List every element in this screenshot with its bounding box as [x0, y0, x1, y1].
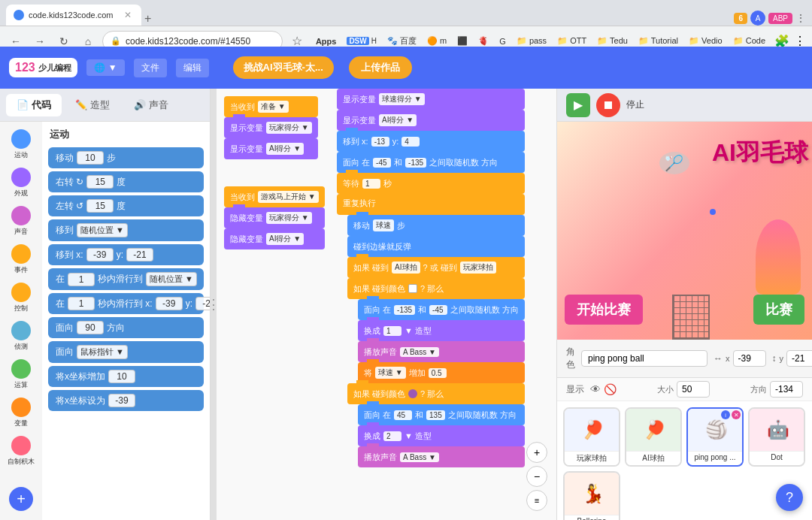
show-visible-btn[interactable]: 👁 — [590, 383, 601, 395]
script-block-if-hit[interactable]: 如果 碰到 AI球拍 ? 或 碰到 玩家球拍 — [347, 257, 525, 278]
sprite-delete-btn[interactable]: ✕ — [732, 410, 741, 419]
show-ai-score-dropdown[interactable]: AI得分 ▼ — [266, 143, 304, 155]
goto-y-input[interactable] — [126, 248, 153, 262]
block-set-x[interactable]: 将x坐标设为 — [48, 390, 204, 411]
sprite-card-ai-paddle[interactable]: 🏓 AI球拍 — [625, 407, 682, 467]
tab-close[interactable]: ✕ — [124, 10, 132, 20]
block-goto-xy[interactable]: 移到 x: y: — [48, 244, 204, 265]
change-x-input[interactable] — [108, 370, 135, 383]
speed-inc[interactable]: 0.5 — [429, 368, 447, 378]
wait-secs[interactable]: 1 — [362, 179, 380, 189]
point-dir-input[interactable] — [77, 321, 104, 334]
script-block-switch-costume2[interactable]: 换成 2 ▼ 造型 — [358, 425, 525, 446]
script-block-bounce[interactable]: 碰到边缘就反弹 — [347, 236, 525, 257]
block-glide-xy[interactable]: 在 秒内滑行到 x: y: — [48, 293, 204, 314]
goto-x-input[interactable] — [86, 248, 114, 262]
add-sprite-btn[interactable]: + — [9, 487, 33, 511]
sprite-info-btn[interactable]: i — [721, 410, 730, 419]
bookmark-tutorial[interactable]: 📁 Tutorial — [634, 35, 683, 47]
random-min1[interactable]: -45 — [373, 158, 391, 168]
x-coord-field[interactable] — [733, 350, 766, 367]
glide-x-input[interactable] — [156, 297, 183, 310]
point-toward-dropdown[interactable]: 鼠标指针 ▼ — [77, 345, 128, 359]
start-game-btn[interactable]: 开始比赛 — [565, 295, 643, 325]
bookmark-m[interactable]: 🟠 m — [423, 35, 451, 47]
script-block-show-ballspeed[interactable]: 显示变量 球速得分 ▼ — [337, 89, 525, 110]
set-x-input[interactable] — [108, 394, 135, 407]
bookmark-pass[interactable]: 📁 pass — [512, 35, 551, 47]
block-change-x[interactable]: 将x坐标增加 — [48, 366, 204, 387]
turn-left-input[interactable] — [86, 199, 114, 213]
block-turn-left[interactable]: 左转 ↺ 度 — [48, 195, 204, 216]
sound-dropdown1[interactable]: A Bass ▼ — [400, 347, 439, 357]
script-block-play-sound2[interactable]: 播放声音 A Bass ▼ — [358, 446, 525, 467]
script-block-show-ai-score[interactable]: 显示变量 AI得分 ▼ — [224, 138, 318, 159]
goto-dropdown[interactable]: 随机位置 ▼ — [77, 223, 128, 237]
script-block-change-speed[interactable]: 将 球速 ▼ 增加 0.5 — [358, 362, 525, 383]
sprite-card-pingpong[interactable]: i ✕ 🏐 ping pong ... — [686, 407, 744, 467]
script-block-wait[interactable]: 等待 1 秒 — [337, 173, 525, 194]
script-block-switch-costume1[interactable]: 换成 1 ▼ 造型 — [358, 320, 525, 341]
turn-right-input[interactable] — [86, 175, 114, 189]
category-sound[interactable]: 声音 — [3, 203, 39, 240]
y-coord-field[interactable] — [786, 350, 812, 367]
stop-btn[interactable]: ⏹ — [596, 93, 620, 117]
category-operator[interactable]: 运算 — [3, 356, 39, 393]
block-move[interactable]: 移动 步 — [48, 147, 204, 168]
block-point-toward[interactable]: 面向 鼠标指针 ▼ — [48, 341, 204, 363]
move-ballspeed-dropdown[interactable]: 球速 — [373, 219, 394, 231]
bookmark-code[interactable]: 📁 Code — [729, 35, 770, 47]
bookmark-h[interactable]: DSW H — [342, 35, 381, 47]
script-block-point-random2[interactable]: 面向 在 -135 和 -45 之间取随机数 方向 — [358, 299, 525, 320]
category-variable[interactable]: 变量 — [3, 395, 39, 431]
bookmark-tedu[interactable]: 📁 Tedu — [592, 35, 632, 47]
glide-dropdown[interactable]: 随机位置 ▼ — [146, 272, 197, 286]
hit-dropdown2[interactable]: 玩家球拍 — [460, 262, 496, 274]
file-btn[interactable]: 文件 — [134, 59, 167, 77]
category-custom[interactable]: 自制积木 — [3, 433, 39, 470]
sprite-card-dot[interactable]: 🤖 Dot — [748, 407, 805, 467]
upload-btn[interactable]: 上传作品 — [349, 56, 412, 79]
script-block-play-sound1[interactable]: 播放声音 A Bass ▼ — [358, 341, 525, 362]
sprite-name-field[interactable] — [581, 350, 707, 367]
script-block-point-random3[interactable]: 面向 在 45 和 135 之间取随机数 方向 — [358, 404, 525, 425]
zoom-out-btn[interactable]: − — [526, 466, 547, 487]
category-looks[interactable]: 外观 — [3, 165, 39, 201]
zoom-fit-btn[interactable]: ≡ — [526, 490, 547, 511]
edit-btn[interactable]: 编辑 — [176, 59, 209, 77]
move-steps-input[interactable] — [77, 151, 104, 165]
script-canvas[interactable]: 当收到 准备 ▼ 显示变量 玩家得分 ▼ 显示变量 AI得分 ▼ 当收到 游戏马… — [217, 89, 556, 520]
hide-player-score-dropdown[interactable]: 玩家得分 ▼ — [266, 212, 312, 224]
tab-costume[interactable]: ✏️ 造型 — [65, 94, 120, 116]
category-sensing[interactable]: 侦测 — [3, 318, 39, 355]
tab-code[interactable]: 📄 代码 — [6, 94, 62, 116]
sound-dropdown2[interactable]: A Bass ▼ — [400, 452, 439, 462]
glide-secs-input[interactable] — [68, 273, 95, 286]
color-swatch1[interactable] — [408, 284, 417, 293]
script-block-point-random[interactable]: 面向 在 -45 和 -135 之间取随机数 方向 — [337, 152, 525, 173]
bookmark-vedio[interactable]: 📁 Vedio — [684, 35, 727, 47]
sprite-card-ballerina[interactable]: 💃 Ballerina — [563, 471, 620, 520]
random-max3[interactable]: 135 — [426, 410, 445, 420]
var-speed-dropdown[interactable]: 球速 ▼ — [375, 367, 406, 379]
block-turn-right[interactable]: 右转 ↻ 度 — [48, 171, 204, 192]
bookmark-icon1[interactable]: ⬛ — [453, 35, 472, 47]
size-field[interactable] — [677, 381, 710, 398]
glide-secs2-input[interactable] — [68, 297, 95, 310]
hit-dropdown[interactable]: AI球拍 — [392, 262, 420, 274]
category-control[interactable]: 控制 — [3, 280, 39, 316]
hide-visible-btn[interactable]: 🚫 — [604, 383, 617, 395]
show-ai-score2-dropdown[interactable]: AI得分 ▼ — [379, 114, 417, 126]
goto-y-val[interactable]: 4 — [401, 137, 420, 147]
script-block-hide-ai-score[interactable]: 隐藏变量 AI得分 ▼ — [224, 228, 325, 249]
hide-ai-score-dropdown[interactable]: AI得分 ▼ — [266, 233, 304, 245]
costume-num1[interactable]: 1 — [383, 326, 401, 336]
show-player-score-dropdown[interactable]: 玩家得分 ▼ — [266, 122, 312, 134]
bookmark-g[interactable]: G — [495, 35, 511, 47]
script-block-move-ballspeed[interactable]: 移动 球速 步 — [347, 215, 525, 236]
green-flag-btn[interactable]: ▶ — [566, 93, 590, 117]
browser-tab[interactable]: code.kids123code.com ✕ — [6, 5, 141, 26]
receive-ready-dropdown[interactable]: 准备 ▼ — [258, 101, 289, 113]
bookmark-icon2[interactable]: 🫀 — [474, 35, 493, 47]
script-block-show-ai-score2[interactable]: 显示变量 AI得分 ▼ — [337, 110, 525, 131]
